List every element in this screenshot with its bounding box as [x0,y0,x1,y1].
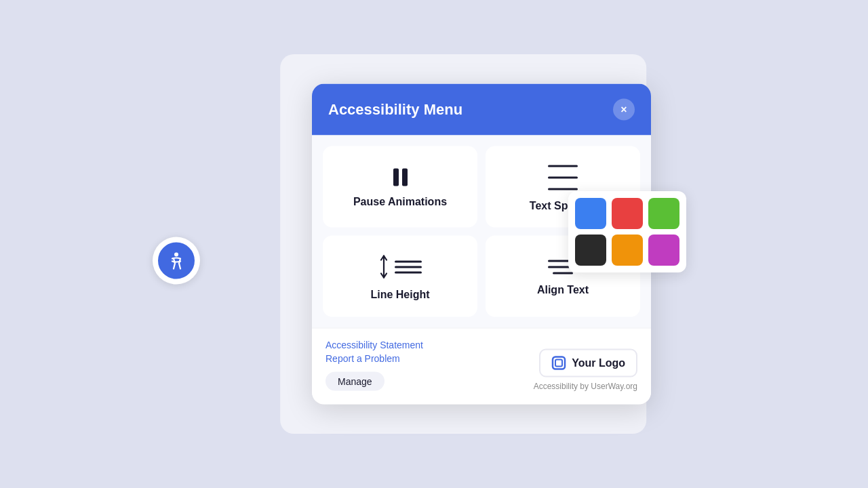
manage-button[interactable]: Manage [326,372,384,391]
ts-line-1 [548,165,578,167]
color-swatch-red[interactable] [612,198,643,229]
powered-by-text: Accessibility by UserWay.org [534,382,637,391]
footer-links: Accessibility Statement Report a Problem… [326,340,423,391]
accessibility-trigger-button[interactable] [153,237,200,285]
report-problem-link[interactable]: Report a Problem [326,353,423,364]
color-swatch-green[interactable] [648,198,679,229]
accessibility-person-icon [165,250,187,272]
menu-item-pause-animations[interactable]: Pause Animations [323,146,477,228]
line-height-arrow-svg [378,255,389,279]
pause-bar-right [402,169,408,186]
page-background: Accessibility Menu × Pause Animations [0,0,868,488]
color-swatch-blue[interactable] [575,198,606,229]
accessibility-statement-link[interactable]: Accessibility Statement [326,340,423,350]
menu-title: Accessibility Menu [328,101,462,119]
close-button[interactable]: × [613,99,635,121]
lh-line-1 [395,260,422,262]
menu-item-line-height[interactable]: Line Height [323,236,477,317]
color-swatch-purple[interactable] [648,235,679,266]
lh-line-2 [395,266,422,268]
logo-text: Your Logo [572,357,625,369]
svg-rect-2 [553,357,565,369]
color-palette-popup [568,191,686,272]
lh-line-3 [395,271,422,273]
line-height-label: Line Height [370,289,429,301]
pause-animations-icon [393,169,408,186]
ts-line-2 [548,176,578,178]
ts-line-3 [548,188,578,190]
lh-arrow-container [378,255,389,279]
svg-rect-3 [555,360,562,367]
at-line-3 [553,272,573,274]
footer-right: Your Logo Accessibility by UserWay.org [534,349,637,391]
accessibility-icon-circle [158,243,195,279]
pause-bar-left [393,169,399,186]
logo-icon-svg [551,356,566,371]
pause-animations-label: Pause Animations [353,196,447,208]
color-swatch-black[interactable] [575,235,606,266]
lh-lines-container [395,260,422,273]
svg-point-0 [174,253,178,257]
line-height-icon [378,255,422,279]
text-spacing-icon [548,165,578,190]
align-text-label: Align Text [537,283,589,296]
color-swatch-orange[interactable] [612,235,643,266]
menu-header: Accessibility Menu × [312,84,651,136]
menu-footer: Accessibility Statement Report a Problem… [312,328,651,405]
your-logo-button[interactable]: Your Logo [539,349,637,378]
